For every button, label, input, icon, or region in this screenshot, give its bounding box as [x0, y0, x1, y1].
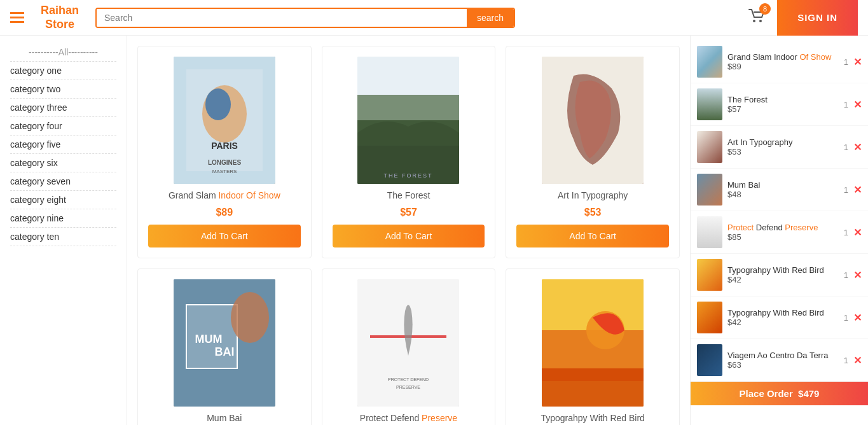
- cart-name-2: The Forest: [727, 95, 839, 104]
- cart-price-3: $53: [727, 147, 839, 157]
- svg-rect-1: [759, 20, 762, 22]
- logo: Raihan Store: [34, 4, 85, 31]
- cart-name-1: Grand Slam Indoor Of Show: [727, 52, 839, 62]
- products-area: LONGINES MASTERS PARIS Grand Slam Indoor…: [127, 36, 690, 425]
- product-image-protect: PROTECT DEFEND PRESERVE: [357, 279, 459, 407]
- add-to-cart-typography[interactable]: Add To Cart: [516, 225, 669, 247]
- cart-item-5: Protect Defend Preserve $85 1 ✕: [691, 211, 868, 254]
- cart-name-7: Typograhpy With Red Bird: [727, 308, 839, 317]
- product-name-redbird: Typograhpy With Red Bird: [541, 413, 644, 423]
- cart-item-6: Typograhpy With Red Bird $42 1 ✕: [691, 254, 868, 296]
- cart-item-4: Mum Bai $48 1 ✕: [691, 169, 868, 211]
- product-card-protect: PROTECT DEFEND PRESERVE Protect Defend P…: [322, 268, 496, 425]
- svg-text:THE FOREST: THE FOREST: [384, 172, 433, 179]
- product-price-typography: $53: [584, 207, 602, 218]
- cart-thumb-3: [697, 131, 722, 163]
- svg-point-8: [205, 88, 231, 120]
- sidebar-item-2[interactable]: category two: [10, 80, 116, 99]
- add-to-cart-grand-slam[interactable]: Add To Cart: [148, 225, 301, 247]
- cart-remove-2[interactable]: ✕: [853, 99, 862, 111]
- sidebar-item-7[interactable]: category seven: [10, 172, 116, 191]
- cart-remove-6[interactable]: ✕: [853, 269, 862, 281]
- add-to-cart-forest[interactable]: Add To Cart: [333, 225, 485, 247]
- sidebar: ----------All---------- category one cat…: [0, 36, 127, 425]
- header: Raihan Store search 8 SIGN IN: [0, 0, 868, 36]
- cart-remove-3[interactable]: ✕: [853, 141, 862, 153]
- cart-remove-4[interactable]: ✕: [853, 184, 862, 196]
- hamburger-menu[interactable]: [10, 12, 24, 23]
- product-image-grand-slam: LONGINES MASTERS PARIS: [174, 57, 275, 184]
- cart-info-5: Protect Defend Preserve $85: [727, 223, 839, 242]
- cart-qty-5: 1: [844, 228, 848, 237]
- cart-name-8: Viagem Ao Centro Da Terra: [727, 351, 839, 360]
- cart-name-5: Protect Defend Preserve: [727, 223, 839, 232]
- product-price-forest: $57: [400, 207, 417, 218]
- product-name-forest: The Forest: [387, 190, 431, 200]
- cart-price-2: $57: [727, 104, 839, 114]
- cart-remove-7[interactable]: ✕: [853, 312, 862, 324]
- search-button[interactable]: search: [467, 9, 514, 27]
- cart-qty-8: 1: [844, 356, 848, 365]
- cart-qty-3: 1: [844, 143, 848, 152]
- cart-thumb-4: [697, 174, 722, 206]
- header-right: 8: [748, 7, 767, 28]
- product-card-mumbai: MUM BAI Mum Bai Add To Cart: [137, 268, 312, 425]
- cart-item-3: Art In Typography $53 1 ✕: [691, 126, 868, 169]
- svg-text:BAI: BAI: [214, 345, 234, 358]
- cart-thumb-1: [697, 46, 722, 78]
- cart-thumb-6: [697, 259, 722, 291]
- cart-remove-5[interactable]: ✕: [853, 226, 862, 239]
- signin-button[interactable]: SIGN IN: [777, 0, 858, 36]
- sidebar-item-5[interactable]: category five: [10, 136, 116, 154]
- cart-item-1: Grand Slam Indoor Of Show $89 1 ✕: [691, 41, 868, 83]
- cart-name-3: Art In Typography: [727, 137, 839, 147]
- cart-qty-6: 1: [844, 270, 848, 280]
- sidebar-item-all[interactable]: ----------All----------: [10, 43, 116, 62]
- cart-price-7: $42: [727, 317, 839, 327]
- svg-text:MUM: MUM: [195, 333, 222, 345]
- product-name-mumbai: Mum Bai: [207, 413, 242, 423]
- svg-rect-0: [753, 20, 755, 22]
- product-card-forest: THE FOREST The Forest $57 Add To Cart: [322, 46, 496, 258]
- product-name-typography: Art In Typography: [558, 190, 628, 200]
- cart-remove-8[interactable]: ✕: [853, 354, 862, 366]
- product-card-typography: Art In Typography $53 Add To Cart: [506, 46, 680, 258]
- search-bar: search: [95, 8, 515, 28]
- sidebar-item-6[interactable]: category six: [10, 154, 116, 172]
- place-order-button[interactable]: Place Order $479: [691, 382, 868, 405]
- cart-qty-4: 1: [844, 185, 848, 195]
- svg-text:PROTECT DEFEND: PROTECT DEFEND: [388, 377, 429, 382]
- cart-item-7: Typograhpy With Red Bird $42 1 ✕: [691, 296, 868, 339]
- cart-thumb-2: [697, 88, 722, 120]
- cart-info-1: Grand Slam Indoor Of Show $89: [727, 52, 839, 71]
- cart-qty-7: 1: [844, 313, 848, 323]
- product-card-grand-slam: LONGINES MASTERS PARIS Grand Slam Indoor…: [137, 46, 312, 258]
- svg-rect-25: [542, 368, 644, 407]
- cart-price-1: $89: [727, 62, 839, 71]
- cart-badge: 8: [759, 3, 771, 15]
- cart-info-4: Mum Bai $48: [727, 180, 839, 199]
- product-name-grand-slam: Grand Slam Indoor Of Show: [169, 190, 280, 200]
- cart-remove-1[interactable]: ✕: [853, 56, 862, 68]
- sidebar-item-8[interactable]: category eight: [10, 191, 116, 209]
- search-input[interactable]: [97, 9, 467, 27]
- cart-item-2: The Forest $57 1 ✕: [691, 83, 868, 126]
- cart-info-6: Typograhpy With Red Bird $42: [727, 265, 839, 284]
- cart-icon[interactable]: 8: [748, 7, 767, 28]
- cart-price-5: $85: [727, 232, 839, 242]
- cart-thumb-8: [697, 344, 722, 376]
- cart-info-3: Art In Typography $53: [727, 137, 839, 157]
- cart-thumb-5: [697, 216, 722, 248]
- sidebar-item-4[interactable]: category four: [10, 117, 116, 136]
- sidebar-item-1[interactable]: category one: [10, 62, 116, 80]
- sidebar-item-3[interactable]: category three: [10, 99, 116, 117]
- cart-price-4: $48: [727, 190, 839, 199]
- cart-price-6: $42: [727, 275, 839, 284]
- cart-qty-2: 1: [844, 100, 848, 109]
- sidebar-item-9[interactable]: category nine: [10, 209, 116, 228]
- sidebar-item-10[interactable]: category ten: [10, 228, 116, 246]
- product-price-grand-slam: $89: [216, 207, 233, 218]
- cart-name-4: Mum Bai: [727, 180, 839, 190]
- product-card-redbird: Typograhpy With Red Bird Add To Cart: [506, 268, 680, 425]
- svg-text:MASTERS: MASTERS: [212, 169, 237, 174]
